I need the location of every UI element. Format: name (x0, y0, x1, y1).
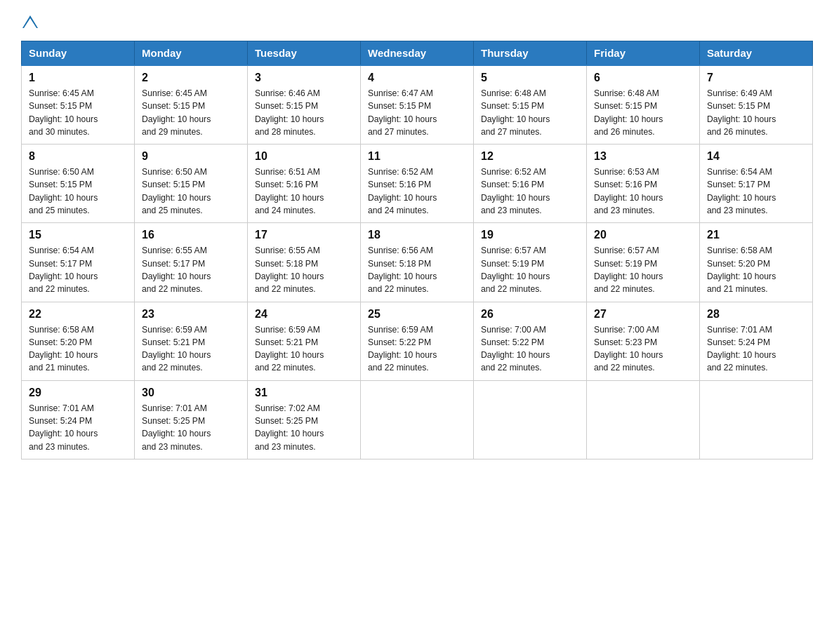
day-info: Sunrise: 6:57 AMSunset: 5:19 PMDaylight:… (594, 246, 663, 294)
day-number: 18 (368, 229, 466, 241)
day-number: 6 (594, 72, 692, 84)
calendar-day-cell: 27 Sunrise: 7:00 AMSunset: 5:23 PMDaylig… (587, 302, 700, 380)
day-header-wednesday: Wednesday (361, 41, 474, 66)
day-info: Sunrise: 6:59 AMSunset: 5:22 PMDaylight:… (368, 325, 437, 373)
calendar-day-cell: 8 Sunrise: 6:50 AMSunset: 5:15 PMDayligh… (22, 145, 135, 223)
calendar-day-cell: 2 Sunrise: 6:45 AMSunset: 5:15 PMDayligh… (135, 65, 248, 145)
calendar-day-cell: 5 Sunrise: 6:48 AMSunset: 5:15 PMDayligh… (474, 65, 587, 145)
calendar-day-cell: 29 Sunrise: 7:01 AMSunset: 5:24 PMDaylig… (22, 380, 135, 459)
calendar-day-cell: 9 Sunrise: 6:50 AMSunset: 5:15 PMDayligh… (135, 145, 248, 223)
calendar-day-cell (587, 380, 700, 459)
calendar-day-cell: 18 Sunrise: 6:56 AMSunset: 5:18 PMDaylig… (361, 223, 474, 302)
day-info: Sunrise: 6:59 AMSunset: 5:21 PMDaylight:… (255, 325, 324, 373)
calendar-day-cell: 22 Sunrise: 6:58 AMSunset: 5:20 PMDaylig… (22, 302, 135, 380)
day-number: 25 (368, 308, 466, 321)
day-number: 14 (707, 150, 805, 163)
day-number: 23 (142, 308, 240, 321)
day-number: 10 (255, 150, 353, 163)
day-info: Sunrise: 6:56 AMSunset: 5:18 PMDaylight:… (368, 246, 437, 294)
day-number: 31 (255, 387, 353, 399)
calendar-table: SundayMondayTuesdayWednesdayThursdayFrid… (21, 41, 813, 459)
calendar-day-cell: 15 Sunrise: 6:54 AMSunset: 5:17 PMDaylig… (22, 223, 135, 302)
calendar-day-cell: 23 Sunrise: 6:59 AMSunset: 5:21 PMDaylig… (135, 302, 248, 380)
calendar-day-cell: 6 Sunrise: 6:48 AMSunset: 5:15 PMDayligh… (587, 65, 700, 145)
day-header-monday: Monday (135, 41, 248, 66)
calendar-day-cell: 20 Sunrise: 6:57 AMSunset: 5:19 PMDaylig… (587, 223, 700, 302)
day-number: 11 (368, 150, 466, 163)
day-number: 5 (481, 72, 579, 84)
day-number: 19 (481, 229, 579, 241)
calendar-day-cell (474, 380, 587, 459)
day-number: 7 (707, 72, 805, 84)
calendar-day-cell: 17 Sunrise: 6:55 AMSunset: 5:18 PMDaylig… (248, 223, 361, 302)
calendar-day-cell: 7 Sunrise: 6:49 AMSunset: 5:15 PMDayligh… (700, 65, 813, 145)
day-info: Sunrise: 6:46 AMSunset: 5:15 PMDaylight:… (255, 88, 324, 137)
calendar-week-row: 15 Sunrise: 6:54 AMSunset: 5:17 PMDaylig… (22, 223, 813, 302)
day-number: 27 (594, 308, 692, 321)
calendar-day-cell: 16 Sunrise: 6:55 AMSunset: 5:17 PMDaylig… (135, 223, 248, 302)
day-info: Sunrise: 6:51 AMSunset: 5:16 PMDaylight:… (255, 167, 324, 215)
day-number: 29 (29, 387, 127, 399)
day-number: 2 (142, 72, 240, 84)
day-number: 1 (29, 72, 127, 84)
day-number: 15 (29, 229, 127, 241)
day-number: 9 (142, 150, 240, 163)
day-number: 8 (29, 150, 127, 163)
calendar-day-cell: 24 Sunrise: 6:59 AMSunset: 5:21 PMDaylig… (248, 302, 361, 380)
calendar-day-cell: 4 Sunrise: 6:47 AMSunset: 5:15 PMDayligh… (361, 65, 474, 145)
day-number: 21 (707, 229, 805, 241)
day-info: Sunrise: 6:59 AMSunset: 5:21 PMDaylight:… (142, 325, 211, 373)
day-info: Sunrise: 6:57 AMSunset: 5:19 PMDaylight:… (481, 246, 550, 294)
day-info: Sunrise: 6:53 AMSunset: 5:16 PMDaylight:… (594, 167, 663, 215)
calendar-week-row: 22 Sunrise: 6:58 AMSunset: 5:20 PMDaylig… (22, 302, 813, 380)
calendar-day-cell: 25 Sunrise: 6:59 AMSunset: 5:22 PMDaylig… (361, 302, 474, 380)
day-header-friday: Friday (587, 41, 700, 66)
day-info: Sunrise: 7:02 AMSunset: 5:25 PMDaylight:… (255, 403, 324, 452)
calendar-day-cell: 19 Sunrise: 6:57 AMSunset: 5:19 PMDaylig… (474, 223, 587, 302)
day-info: Sunrise: 7:00 AMSunset: 5:23 PMDaylight:… (594, 325, 663, 373)
day-info: Sunrise: 6:50 AMSunset: 5:15 PMDaylight:… (29, 167, 98, 215)
day-number: 22 (29, 308, 127, 321)
day-number: 24 (255, 308, 353, 321)
day-info: Sunrise: 6:55 AMSunset: 5:17 PMDaylight:… (142, 246, 211, 294)
day-header-thursday: Thursday (474, 41, 587, 66)
day-info: Sunrise: 6:45 AMSunset: 5:15 PMDaylight:… (29, 88, 98, 137)
calendar-week-row: 8 Sunrise: 6:50 AMSunset: 5:15 PMDayligh… (22, 145, 813, 223)
calendar-day-cell: 21 Sunrise: 6:58 AMSunset: 5:20 PMDaylig… (700, 223, 813, 302)
day-info: Sunrise: 7:01 AMSunset: 5:25 PMDaylight:… (142, 403, 211, 452)
day-info: Sunrise: 6:55 AMSunset: 5:18 PMDaylight:… (255, 246, 324, 294)
day-info: Sunrise: 6:58 AMSunset: 5:20 PMDaylight:… (707, 246, 776, 294)
day-info: Sunrise: 6:58 AMSunset: 5:20 PMDaylight:… (29, 325, 98, 373)
day-number: 28 (707, 308, 805, 321)
day-header-tuesday: Tuesday (248, 41, 361, 66)
day-info: Sunrise: 6:50 AMSunset: 5:15 PMDaylight:… (142, 167, 211, 215)
calendar-day-cell: 1 Sunrise: 6:45 AMSunset: 5:15 PMDayligh… (22, 65, 135, 145)
calendar-day-cell: 30 Sunrise: 7:01 AMSunset: 5:25 PMDaylig… (135, 380, 248, 459)
calendar-day-cell: 3 Sunrise: 6:46 AMSunset: 5:15 PMDayligh… (248, 65, 361, 145)
day-number: 12 (481, 150, 579, 163)
day-info: Sunrise: 6:48 AMSunset: 5:15 PMDaylight:… (481, 88, 550, 137)
day-header-sunday: Sunday (22, 41, 135, 66)
day-number: 4 (368, 72, 466, 84)
calendar-day-cell (700, 380, 813, 459)
calendar-day-cell: 28 Sunrise: 7:01 AMSunset: 5:24 PMDaylig… (700, 302, 813, 380)
day-info: Sunrise: 6:54 AMSunset: 5:17 PMDaylight:… (29, 246, 98, 294)
calendar-day-cell: 31 Sunrise: 7:02 AMSunset: 5:25 PMDaylig… (248, 380, 361, 459)
day-info: Sunrise: 6:54 AMSunset: 5:17 PMDaylight:… (707, 167, 776, 215)
calendar-week-row: 1 Sunrise: 6:45 AMSunset: 5:15 PMDayligh… (22, 65, 813, 145)
day-number: 16 (142, 229, 240, 241)
calendar-day-cell: 11 Sunrise: 6:52 AMSunset: 5:16 PMDaylig… (361, 145, 474, 223)
day-info: Sunrise: 6:49 AMSunset: 5:15 PMDaylight:… (707, 88, 776, 137)
day-number: 17 (255, 229, 353, 241)
calendar-day-cell (361, 380, 474, 459)
day-info: Sunrise: 7:00 AMSunset: 5:22 PMDaylight:… (481, 325, 550, 373)
day-info: Sunrise: 6:47 AMSunset: 5:15 PMDaylight:… (368, 88, 437, 137)
calendar-day-cell: 12 Sunrise: 6:52 AMSunset: 5:16 PMDaylig… (474, 145, 587, 223)
day-info: Sunrise: 6:52 AMSunset: 5:16 PMDaylight:… (368, 167, 437, 215)
day-number: 26 (481, 308, 579, 321)
calendar-header-row: SundayMondayTuesdayWednesdayThursdayFrid… (22, 41, 813, 66)
day-info: Sunrise: 6:45 AMSunset: 5:15 PMDaylight:… (142, 88, 211, 137)
logo-triangle-icon (22, 14, 38, 29)
day-number: 3 (255, 72, 353, 84)
day-info: Sunrise: 7:01 AMSunset: 5:24 PMDaylight:… (29, 403, 98, 452)
